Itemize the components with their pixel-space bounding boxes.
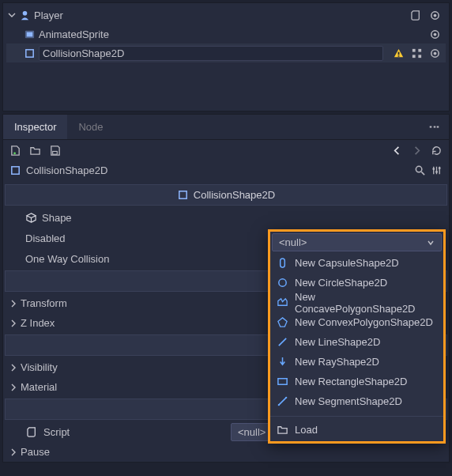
menu-item-circle[interactable]: New CircleShape2D — [270, 273, 443, 293]
svg-rect-4 — [27, 32, 33, 36]
visibility-icon[interactable] — [429, 47, 441, 59]
box-icon — [25, 212, 37, 224]
svg-point-26 — [279, 279, 286, 286]
menu-item-label: New ConcavePolygonShape2D — [295, 291, 437, 315]
menu-item-label: Load — [295, 424, 318, 436]
svg-rect-25 — [281, 259, 285, 267]
expand-label: Z Index — [21, 317, 55, 329]
svg-point-2 — [434, 13, 437, 17]
svg-point-21 — [439, 167, 441, 169]
concave-polygon-icon — [277, 297, 288, 308]
tab-overflow-icon[interactable]: ⋮ — [421, 117, 449, 138]
section-label: CollisionShape2D — [194, 189, 275, 201]
svg-point-29 — [285, 397, 287, 399]
svg-rect-8 — [398, 51, 400, 55]
filter-settings-icon[interactable] — [431, 164, 443, 176]
menu-item-capsule[interactable]: New CapsuleShape2D — [270, 253, 443, 273]
dropdown-value: <null> — [279, 236, 427, 248]
save-icon[interactable] — [49, 145, 61, 157]
svg-rect-13 — [418, 55, 421, 58]
svg-point-0 — [23, 10, 28, 15]
inspector-toolbar — [3, 140, 449, 161]
tree-row-collision-shape[interactable]: CollisionShape2D — [6, 43, 446, 62]
group-icon[interactable] — [411, 47, 423, 59]
menu-item-rectangle[interactable]: New RectangleShape2D — [270, 372, 443, 391]
svg-point-19 — [432, 168, 435, 170]
menu-item-label: New CircleShape2D — [295, 277, 387, 289]
svg-rect-22 — [179, 191, 186, 198]
chevron-right-icon — [9, 300, 17, 308]
history-forward-icon[interactable] — [411, 145, 423, 157]
tree-node-label: Player — [34, 9, 408, 21]
breadcrumb: CollisionShape2D — [3, 161, 449, 183]
scene-tree-panel: Player AnimatedSprite CollisionShape2D — [2, 2, 450, 111]
ray-shape-icon — [277, 356, 288, 368]
capsule-shape-icon — [277, 257, 288, 269]
collision-shape-icon — [177, 189, 189, 201]
collision-shape-icon — [24, 47, 36, 59]
chevron-down-icon — [8, 11, 16, 19]
svg-point-28 — [278, 404, 280, 406]
chevron-right-icon — [9, 364, 17, 372]
menu-item-label: New SegmentShape2D — [295, 395, 402, 407]
animated-sprite-icon — [24, 28, 36, 40]
prop-label-text: Shape — [42, 212, 72, 224]
menu-item-convex-polygon[interactable]: New ConvexPolygonShape2D — [270, 312, 443, 332]
chevron-right-icon — [9, 448, 17, 456]
chevron-down-icon — [427, 239, 435, 247]
svg-rect-12 — [412, 55, 416, 58]
svg-rect-10 — [412, 48, 416, 51]
tree-row-animated-sprite[interactable]: AnimatedSprite — [6, 25, 446, 43]
tree-row-root[interactable]: Player — [6, 6, 446, 25]
player-node-icon — [19, 9, 31, 21]
tab-bar: Inspector Node ⋮ — [3, 115, 449, 140]
menu-item-label: New RectangleShape2D — [295, 376, 407, 387]
tab-node[interactable]: Node — [67, 115, 114, 139]
shape-dropdown[interactable]: <null> — [272, 233, 442, 251]
section-collisionshape2d[interactable]: CollisionShape2D — [5, 184, 447, 206]
svg-point-6 — [434, 32, 437, 36]
menu-item-concave-polygon[interactable]: New ConcavePolygonShape2D — [270, 293, 443, 312]
history-refresh-icon[interactable] — [431, 145, 443, 157]
svg-point-18 — [416, 166, 422, 172]
menu-item-line[interactable]: New LineShape2D — [270, 332, 443, 352]
tree-node-label: CollisionShape2D — [39, 46, 383, 61]
folder-open-icon — [277, 424, 288, 436]
tree-node-label: AnimatedSprite — [39, 28, 426, 40]
tab-inspector[interactable]: Inspector — [3, 115, 67, 139]
script-icon — [27, 426, 39, 438]
prop-label-text: Disabled — [25, 232, 66, 244]
segment-shape-icon — [277, 395, 288, 407]
visibility-icon[interactable] — [429, 28, 441, 40]
menu-separator — [270, 416, 443, 417]
menu-item-label: New LineShape2D — [295, 336, 380, 348]
line-shape-icon — [277, 336, 288, 348]
svg-rect-27 — [278, 379, 287, 385]
expand-label: Pause — [21, 446, 50, 458]
warning-icon[interactable] — [393, 47, 405, 59]
script-icon[interactable] — [411, 9, 423, 21]
new-resource-icon[interactable] — [9, 145, 21, 157]
shape-dropdown-menu: <null> New CapsuleShape2D New CircleShap… — [268, 229, 446, 444]
svg-point-20 — [435, 171, 438, 173]
visibility-icon[interactable] — [429, 9, 441, 21]
expand-label: Material — [21, 381, 57, 393]
prop-shape: Shape — [3, 207, 449, 228]
menu-item-ray[interactable]: New RayShape2D — [270, 352, 443, 372]
menu-item-label: New CapsuleShape2D — [295, 257, 399, 269]
history-back-icon[interactable] — [391, 145, 403, 157]
expand-pause[interactable]: Pause — [3, 442, 449, 462]
breadcrumb-label: CollisionShape2D — [26, 164, 107, 176]
search-icon[interactable] — [414, 164, 426, 176]
prop-label-text: Script — [43, 426, 70, 438]
folder-open-icon[interactable] — [29, 145, 41, 157]
menu-item-segment[interactable]: New SegmentShape2D — [270, 391, 443, 411]
chevron-right-icon — [9, 383, 17, 391]
svg-rect-9 — [398, 55, 400, 56]
menu-item-load[interactable]: Load — [270, 421, 443, 441]
expand-label: Transform — [21, 297, 67, 309]
menu-item-label: New RayShape2D — [295, 356, 379, 368]
svg-point-15 — [434, 51, 437, 55]
svg-rect-11 — [418, 48, 421, 51]
svg-rect-16 — [53, 151, 58, 154]
